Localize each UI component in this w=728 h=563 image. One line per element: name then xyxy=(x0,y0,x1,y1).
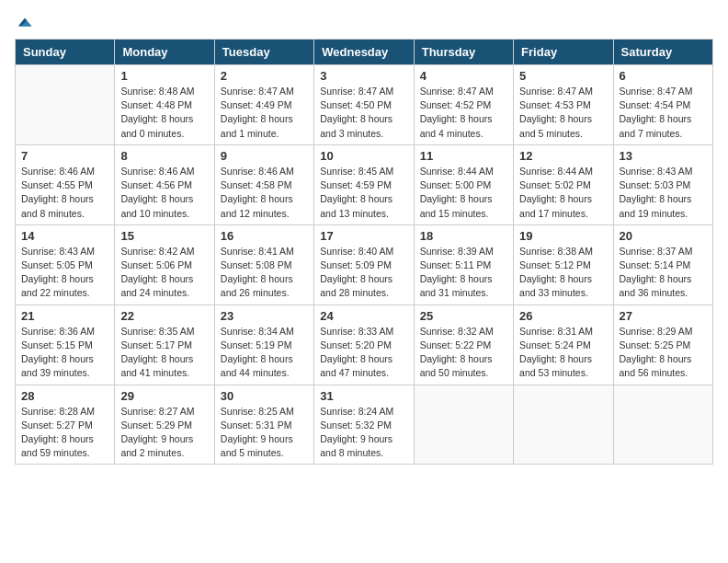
cell-content: Sunrise: 8:27 AM Sunset: 5:29 PM Dayligh… xyxy=(120,405,208,461)
daylight: Daylight: 8 hours and 3 minutes. xyxy=(320,113,392,138)
daylight: Daylight: 8 hours and 0 minutes. xyxy=(120,113,193,138)
daylight: Daylight: 8 hours and 53 minutes. xyxy=(519,353,592,378)
cell-content: Sunrise: 8:48 AM Sunset: 4:48 PM Dayligh… xyxy=(120,85,208,141)
sunset: Sunset: 5:12 PM xyxy=(519,259,591,270)
sunrise: Sunrise: 8:43 AM xyxy=(21,246,95,257)
calendar-cell: 4 Sunrise: 8:47 AM Sunset: 4:52 PM Dayli… xyxy=(414,65,513,145)
sunrise: Sunrise: 8:33 AM xyxy=(320,326,393,337)
day-number: 3 xyxy=(320,69,407,83)
day-number: 8 xyxy=(120,149,208,163)
cell-content: Sunrise: 8:33 AM Sunset: 5:20 PM Dayligh… xyxy=(320,325,407,381)
daylight: Daylight: 8 hours and 39 minutes. xyxy=(21,353,94,378)
sunrise: Sunrise: 8:45 AM xyxy=(320,166,393,177)
calendar-cell: 18 Sunrise: 8:39 AM Sunset: 5:11 PM Dayl… xyxy=(414,224,513,304)
daylight: Daylight: 8 hours and 28 minutes. xyxy=(320,273,392,298)
sunrise: Sunrise: 8:40 AM xyxy=(320,246,393,257)
sunrise: Sunrise: 8:29 AM xyxy=(620,326,693,337)
calendar-week-row: 21 Sunrise: 8:36 AM Sunset: 5:15 PM Dayl… xyxy=(16,304,713,385)
calendar-week-row: 1 Sunrise: 8:48 AM Sunset: 4:48 PM Dayli… xyxy=(16,65,713,145)
sunset: Sunset: 5:05 PM xyxy=(21,259,93,270)
day-number: 17 xyxy=(320,229,407,243)
day-number: 16 xyxy=(221,229,308,243)
daylight: Daylight: 8 hours and 31 minutes. xyxy=(420,273,493,298)
sunrise: Sunrise: 8:47 AM xyxy=(221,86,294,97)
cell-content: Sunrise: 8:32 AM Sunset: 5:22 PM Dayligh… xyxy=(420,325,507,381)
calendar-cell xyxy=(514,385,613,465)
sunset: Sunset: 5:08 PM xyxy=(221,259,292,270)
sunset: Sunset: 5:02 PM xyxy=(519,179,591,190)
day-number: 7 xyxy=(21,149,108,163)
calendar-cell: 25 Sunrise: 8:32 AM Sunset: 5:22 PM Dayl… xyxy=(414,304,513,385)
daylight: Daylight: 8 hours and 5 minutes. xyxy=(519,113,592,138)
calendar-table: SundayMondayTuesdayWednesdayThursdayFrid… xyxy=(15,39,713,465)
day-number: 1 xyxy=(120,69,208,83)
weekday-header: Thursday xyxy=(414,40,513,65)
day-number: 9 xyxy=(221,149,308,163)
sunset: Sunset: 5:06 PM xyxy=(120,259,192,270)
calendar-cell: 5 Sunrise: 8:47 AM Sunset: 4:53 PM Dayli… xyxy=(514,65,613,145)
cell-content: Sunrise: 8:25 AM Sunset: 5:31 PM Dayligh… xyxy=(221,405,308,461)
sunset: Sunset: 5:27 PM xyxy=(21,419,93,431)
sunrise: Sunrise: 8:31 AM xyxy=(519,326,593,337)
cell-content: Sunrise: 8:46 AM Sunset: 4:58 PM Dayligh… xyxy=(221,165,308,221)
logo xyxy=(15,15,33,28)
sunrise: Sunrise: 8:25 AM xyxy=(221,406,294,417)
cell-content: Sunrise: 8:37 AM Sunset: 5:14 PM Dayligh… xyxy=(620,245,707,301)
calendar-cell: 28 Sunrise: 8:28 AM Sunset: 5:27 PM Dayl… xyxy=(16,385,115,465)
calendar-cell: 27 Sunrise: 8:29 AM Sunset: 5:25 PM Dayl… xyxy=(613,304,712,385)
cell-content: Sunrise: 8:40 AM Sunset: 5:09 PM Dayligh… xyxy=(320,245,407,301)
weekday-header: Friday xyxy=(514,40,613,65)
sunrise: Sunrise: 8:41 AM xyxy=(221,246,294,257)
logo-icon xyxy=(17,15,33,31)
cell-content: Sunrise: 8:47 AM Sunset: 4:49 PM Dayligh… xyxy=(221,85,308,141)
day-number: 24 xyxy=(320,309,407,323)
calendar-cell: 22 Sunrise: 8:35 AM Sunset: 5:17 PM Dayl… xyxy=(115,304,214,385)
calendar-cell: 12 Sunrise: 8:44 AM Sunset: 5:02 PM Dayl… xyxy=(514,144,613,224)
daylight: Daylight: 8 hours and 24 minutes. xyxy=(120,273,193,298)
sunrise: Sunrise: 8:48 AM xyxy=(120,86,194,97)
calendar-cell xyxy=(613,385,712,465)
cell-content: Sunrise: 8:28 AM Sunset: 5:27 PM Dayligh… xyxy=(21,405,108,461)
day-number: 27 xyxy=(620,309,707,323)
calendar-cell: 6 Sunrise: 8:47 AM Sunset: 4:54 PM Dayli… xyxy=(613,65,712,145)
daylight: Daylight: 8 hours and 26 minutes. xyxy=(221,273,293,298)
sunset: Sunset: 4:56 PM xyxy=(120,179,192,190)
daylight: Daylight: 8 hours and 13 minutes. xyxy=(320,193,392,218)
daylight: Daylight: 8 hours and 56 minutes. xyxy=(620,353,692,378)
sunrise: Sunrise: 8:44 AM xyxy=(519,166,593,177)
calendar-week-row: 28 Sunrise: 8:28 AM Sunset: 5:27 PM Dayl… xyxy=(16,385,713,465)
sunset: Sunset: 5:09 PM xyxy=(320,259,392,270)
daylight: Daylight: 8 hours and 50 minutes. xyxy=(420,353,493,378)
sunset: Sunset: 4:53 PM xyxy=(519,99,591,110)
sunset: Sunset: 4:50 PM xyxy=(320,99,392,110)
daylight: Daylight: 8 hours and 10 minutes. xyxy=(120,193,193,218)
calendar-week-row: 14 Sunrise: 8:43 AM Sunset: 5:05 PM Dayl… xyxy=(16,224,713,304)
cell-content: Sunrise: 8:47 AM Sunset: 4:50 PM Dayligh… xyxy=(320,85,407,141)
sunrise: Sunrise: 8:32 AM xyxy=(420,326,494,337)
day-number: 5 xyxy=(519,69,607,83)
daylight: Daylight: 8 hours and 33 minutes. xyxy=(519,273,592,298)
day-number: 22 xyxy=(120,309,208,323)
calendar-cell: 31 Sunrise: 8:24 AM Sunset: 5:32 PM Dayl… xyxy=(314,385,414,465)
sunrise: Sunrise: 8:35 AM xyxy=(120,326,194,337)
weekday-header: Tuesday xyxy=(214,40,313,65)
sunset: Sunset: 4:58 PM xyxy=(221,179,292,190)
sunset: Sunset: 5:20 PM xyxy=(320,339,392,350)
sunrise: Sunrise: 8:36 AM xyxy=(21,326,95,337)
sunrise: Sunrise: 8:42 AM xyxy=(120,246,194,257)
cell-content: Sunrise: 8:44 AM Sunset: 5:00 PM Dayligh… xyxy=(420,165,507,221)
cell-content: Sunrise: 8:45 AM Sunset: 4:59 PM Dayligh… xyxy=(320,165,407,221)
calendar-cell: 11 Sunrise: 8:44 AM Sunset: 5:00 PM Dayl… xyxy=(414,144,513,224)
daylight: Daylight: 8 hours and 36 minutes. xyxy=(620,273,692,298)
sunrise: Sunrise: 8:28 AM xyxy=(21,406,95,417)
daylight: Daylight: 8 hours and 19 minutes. xyxy=(620,193,692,218)
sunset: Sunset: 5:32 PM xyxy=(320,419,392,431)
calendar-cell: 15 Sunrise: 8:42 AM Sunset: 5:06 PM Dayl… xyxy=(115,224,214,304)
daylight: Daylight: 8 hours and 59 minutes. xyxy=(21,433,94,458)
weekday-header-row: SundayMondayTuesdayWednesdayThursdayFrid… xyxy=(16,40,713,65)
cell-content: Sunrise: 8:44 AM Sunset: 5:02 PM Dayligh… xyxy=(519,165,607,221)
calendar-cell: 14 Sunrise: 8:43 AM Sunset: 5:05 PM Dayl… xyxy=(16,224,115,304)
daylight: Daylight: 8 hours and 44 minutes. xyxy=(221,353,293,378)
sunrise: Sunrise: 8:34 AM xyxy=(221,326,294,337)
cell-content: Sunrise: 8:24 AM Sunset: 5:32 PM Dayligh… xyxy=(320,405,407,461)
